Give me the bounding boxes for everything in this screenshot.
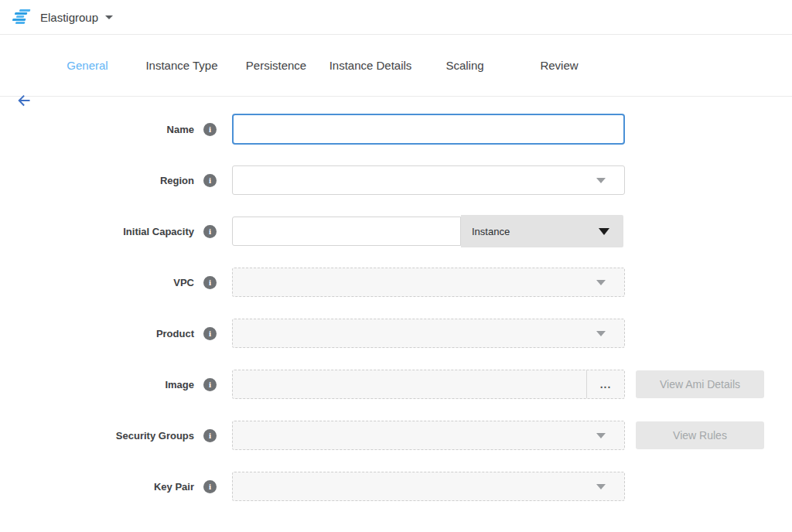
vpc-caret-icon: [596, 280, 606, 285]
vpc-info-icon[interactable]: i: [203, 276, 217, 289]
product-label: Product: [156, 328, 194, 339]
general-settings-form: Name i Region i Initial Capacity i Insta…: [0, 97, 792, 502]
capacity-unit-value: Instance: [472, 226, 510, 237]
security-groups-select[interactable]: [232, 421, 625, 450]
wizard-tabs: General Instance Type Persistence Instan…: [40, 59, 606, 72]
tab-persistence[interactable]: Persistence: [229, 59, 323, 72]
key-pair-info-icon[interactable]: i: [203, 480, 217, 493]
image-picker[interactable]: ...: [232, 370, 625, 399]
initial-capacity-label: Initial Capacity: [123, 226, 194, 237]
elastigroup-logo-icon: [11, 9, 33, 25]
security-groups-label: Security Groups: [116, 430, 194, 442]
field-row-region: Region i: [0, 165, 792, 196]
vpc-label: VPC: [173, 277, 194, 288]
security-groups-info-icon[interactable]: i: [203, 429, 217, 442]
product-select[interactable]: [232, 319, 625, 348]
tab-instance-details[interactable]: Instance Details: [323, 59, 418, 72]
capacity-unit-select[interactable]: Instance: [461, 215, 623, 247]
brand-switcher-label[interactable]: Elastigroup: [40, 11, 98, 24]
security-groups-caret-icon: [596, 433, 606, 438]
initial-capacity-info-icon[interactable]: i: [203, 225, 217, 238]
field-row-vpc: VPC i: [0, 267, 792, 298]
key-pair-label: Key Pair: [154, 481, 194, 493]
field-row-name: Name i: [0, 114, 792, 145]
view-ami-details-button[interactable]: View Ami Details: [636, 370, 764, 398]
name-info-icon[interactable]: i: [203, 123, 217, 136]
tab-general[interactable]: General: [40, 59, 135, 72]
field-row-security-groups: Security Groups i View Rules: [0, 420, 792, 451]
vpc-select[interactable]: [232, 268, 625, 297]
region-label: Region: [160, 175, 194, 186]
initial-capacity-input[interactable]: [232, 217, 461, 246]
field-row-initial-capacity: Initial Capacity i Instance: [0, 216, 792, 247]
name-label: Name: [167, 124, 194, 135]
tab-instance-type[interactable]: Instance Type: [135, 59, 229, 72]
image-browse-button[interactable]: ...: [587, 370, 624, 398]
region-info-icon[interactable]: i: [203, 174, 217, 187]
back-arrow-icon[interactable]: [15, 94, 32, 107]
field-row-image: Image i ... View Ami Details: [0, 369, 792, 400]
image-label: Image: [165, 379, 194, 390]
key-pair-select[interactable]: [232, 472, 625, 501]
product-caret-icon: [596, 331, 606, 336]
tab-review[interactable]: Review: [512, 59, 606, 72]
key-pair-caret-icon: [596, 484, 606, 489]
wizard-tab-bar: General Instance Type Persistence Instan…: [0, 35, 792, 97]
product-info-icon[interactable]: i: [203, 327, 217, 340]
tab-scaling[interactable]: Scaling: [418, 59, 512, 72]
region-caret-icon: [596, 178, 606, 183]
field-row-key-pair: Key Pair i: [0, 471, 792, 502]
field-row-product: Product i: [0, 318, 792, 349]
image-info-icon[interactable]: i: [203, 378, 217, 391]
name-input[interactable]: [232, 114, 625, 145]
region-select[interactable]: [232, 165, 625, 195]
view-rules-button[interactable]: View Rules: [636, 421, 764, 449]
brand-switcher-caret-icon[interactable]: [105, 15, 113, 19]
top-bar: Elastigroup: [0, 0, 792, 35]
capacity-unit-caret-icon: [599, 228, 609, 235]
